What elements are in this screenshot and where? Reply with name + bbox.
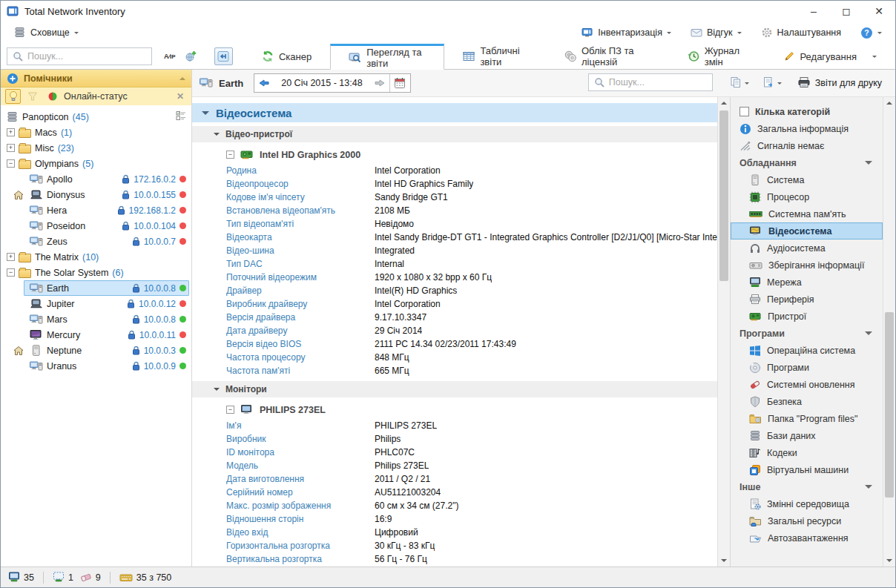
tree-item-olympians[interactable]: −Olympians(5) [1, 156, 191, 171]
menu-feedback[interactable]: Відгук [685, 24, 748, 41]
category-security[interactable]: Безпека [731, 393, 883, 410]
checkbox-icon[interactable] [739, 107, 749, 116]
collapse-icon[interactable]: − [7, 268, 15, 277]
expand-icon[interactable]: + [7, 128, 15, 136]
tree-item-the-matrix[interactable]: +The Matrix(10) [1, 249, 191, 265]
report-device-philips-273el[interactable]: −PHILIPS 273EL [192, 400, 717, 419]
tree-item-zeus[interactable]: Zeus10.0.0.7 [1, 234, 191, 249]
tree-item-panopticon[interactable]: Panopticon(45) [1, 109, 191, 125]
date-next-icon[interactable] [370, 74, 389, 92]
content-scrollbar[interactable] [717, 97, 730, 566]
copy-report-button[interactable] [726, 76, 753, 90]
category-databases[interactable]: Бази даних [731, 427, 883, 444]
category-program-files[interactable]: Папка "Program files" [731, 410, 883, 427]
scroll-down-icon[interactable] [718, 555, 730, 566]
tab-software-licenses[interactable]: Облік ПЗ та ліцензій [546, 44, 669, 69]
menu-help[interactable]: ? [854, 24, 888, 42]
report-header: Earth 20 Січ 2015 - 13:48 Звіти для друк… [192, 70, 895, 97]
close-button[interactable]: ✕ [863, 1, 895, 22]
expand-icon[interactable]: + [7, 253, 15, 261]
tab-table-reports[interactable]: Табличні звіти [444, 44, 546, 69]
category-audio-system[interactable]: Аудіосистема [731, 240, 883, 257]
plus-circle-icon[interactable] [7, 73, 19, 85]
tab-changelog[interactable]: Журнал змін [669, 44, 765, 69]
category-group-software[interactable]: Програми [731, 325, 883, 342]
name-ip-toggle[interactable]: A⁄IP [159, 53, 180, 60]
panel-toggle-icon[interactable] [214, 47, 233, 65]
tree-item-jupiter[interactable]: Jupiter10.0.0.12 [1, 296, 191, 311]
content-scroll-thumb[interactable] [719, 110, 728, 281]
category-general-info[interactable]: Загальна інформація [731, 120, 883, 137]
category-system-updates[interactable]: Системні оновлення [731, 376, 883, 393]
tree-item-apollo[interactable]: Apollo172.16.0.2 [1, 171, 191, 187]
collapse-icon[interactable]: − [226, 406, 234, 414]
tree-item-dionysus[interactable]: Dionysus10.0.0.155 [1, 187, 191, 202]
category-programs[interactable]: Програми [731, 359, 883, 376]
category-codecs[interactable]: Кодеки [731, 444, 883, 461]
maximize-button[interactable]: ◻ [830, 1, 863, 22]
category-multiple-categories[interactable]: Кілька категорій [731, 103, 883, 120]
export-report-button[interactable] [759, 76, 785, 90]
category-group-other[interactable]: Інше [731, 478, 883, 495]
search-input[interactable] [27, 51, 146, 62]
subsection-[interactable]: Монітори [192, 381, 717, 397]
minimize-button[interactable]: – [797, 1, 830, 22]
storage-icon [7, 111, 19, 123]
scroll-up-icon[interactable] [718, 97, 730, 109]
subsection-[interactable]: Відео-пристрої [192, 126, 717, 142]
category-virtual-machines[interactable]: Віртуальні машини [731, 461, 883, 478]
collapse-icon[interactable]: − [226, 151, 234, 159]
category-processor[interactable]: Процесор [731, 188, 883, 205]
tree-item-hera[interactable]: Hera192.168.1.2 [1, 202, 191, 218]
close-assistant-icon[interactable]: ✕ [174, 91, 187, 102]
menu-settings[interactable]: Налаштування [755, 24, 847, 41]
tab-scanner[interactable]: Сканер [243, 44, 330, 69]
tree-item-the-solar-system[interactable]: −The Solar System(6) [1, 265, 191, 280]
tree-item-mars[interactable]: Mars10.0.0.8 [1, 311, 191, 327]
category-autorun[interactable]: Автозавантаження [731, 529, 883, 546]
add-network-icon[interactable] [180, 50, 201, 62]
category-environment-variables[interactable]: Змінні середовища [731, 495, 883, 512]
menu-storage[interactable]: Сховище [8, 24, 85, 41]
tree-item-uranus[interactable]: Uranus10.0.0.9 [1, 358, 191, 374]
scroll-up-icon[interactable] [883, 97, 895, 109]
bulb-icon[interactable] [5, 89, 21, 104]
assistants-header[interactable]: Помічники [1, 70, 191, 87]
tree-item-neptune[interactable]: Neptune10.0.0.3 [1, 343, 191, 358]
calendar-icon[interactable] [389, 74, 410, 92]
category-operating-system[interactable]: Операційна система [731, 342, 883, 359]
category-scroll-thumb[interactable] [885, 312, 894, 498]
report-search-input[interactable] [609, 77, 707, 87]
category-memory[interactable]: Системна пам'ять [731, 205, 883, 222]
tree-item-misc[interactable]: +Misc(23) [1, 140, 191, 156]
desktop-icon [30, 314, 43, 326]
filter-icon[interactable] [24, 89, 40, 104]
tree-item-poseidon[interactable]: Poseidon10.0.0.104 [1, 218, 191, 234]
category-shared-resources[interactable]: Загальні ресурси [731, 512, 883, 529]
category-system[interactable]: Система [731, 171, 883, 188]
category-group-hardware[interactable]: Обладнання [731, 154, 883, 171]
tab-view-reports[interactable]: Перегляд та звіти [330, 44, 444, 70]
tab-editing[interactable]: Редагування [765, 44, 896, 69]
category-devices[interactable]: Пристрої [731, 308, 883, 325]
category-video-system[interactable]: Відеосистема [731, 222, 883, 240]
tree-item-earth[interactable]: Earth10.0.0.8 [1, 280, 191, 296]
collapse-up-icon[interactable] [179, 74, 185, 80]
section-videosystem[interactable]: Відеосистема [192, 103, 717, 122]
layers-select-icon[interactable] [176, 110, 187, 123]
expand-icon[interactable]: + [7, 144, 15, 152]
category-peripherals[interactable]: Периферія [731, 291, 883, 308]
category-network[interactable]: Мережа [731, 274, 883, 291]
menu-inventory[interactable]: Інвентаризація [576, 24, 677, 41]
tree-item-mercury[interactable]: Mercury10.0.0.11 [1, 327, 191, 343]
collapse-icon[interactable]: − [7, 159, 15, 168]
category-no-signals[interactable]: Сигналів немає [731, 137, 883, 154]
category-storage[interactable]: Зберігання інформації [731, 257, 883, 274]
tree-item-macs[interactable]: +Macs(1) [1, 125, 191, 140]
date-prev-icon[interactable] [254, 74, 274, 92]
category-scrollbar[interactable] [883, 97, 895, 566]
lock-icon [132, 237, 140, 246]
print-reports-button[interactable]: Звіти для друку [791, 76, 888, 90]
report-device-intel-hd-graphics-2000[interactable]: −Intel HD Graphics 2000 [192, 145, 717, 164]
scroll-down-icon[interactable] [883, 555, 895, 566]
